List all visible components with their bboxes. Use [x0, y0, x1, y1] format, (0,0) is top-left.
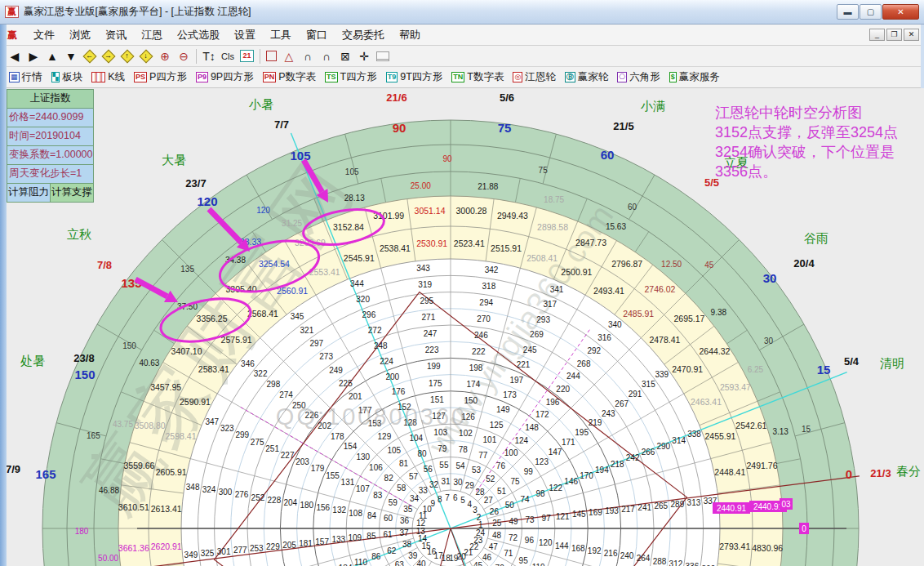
spiral-number: 34 [410, 494, 420, 503]
toolbar-chart-button[interactable]: $ 赢家服务 [667, 69, 722, 86]
toolbar-icon[interactable]: ↑ [121, 50, 134, 62]
outer-degree-label: 90 [393, 121, 406, 135]
toolbar-chart-button[interactable]: PS P四方形 [131, 69, 189, 86]
toolbar-icon[interactable] [260, 49, 260, 64]
toolbar-icon[interactable]: ⊠ [339, 48, 352, 65]
spiral-number: 179 [311, 464, 325, 473]
toolbar-icon[interactable]: ▲ [46, 48, 59, 65]
toolbar-chart-button[interactable]: TS T四方形 [322, 69, 380, 86]
spiral-number: 199 [427, 362, 441, 371]
menu-item[interactable]: 窗口 [299, 25, 335, 45]
spiral-number: 146 [564, 477, 578, 486]
toolbar-chart-button[interactable]: PN P数字表 [260, 69, 318, 86]
spiral-number: 299 [235, 430, 249, 439]
spiral-number: 205 [282, 541, 296, 550]
toolbar-icon[interactable]: ∩ [301, 48, 314, 65]
toolbar-icon[interactable] [196, 49, 197, 64]
spiral-number: 157 [315, 537, 329, 546]
minimize-button[interactable]: ▬ [837, 4, 859, 20]
spiral-number: 322 [254, 369, 268, 378]
menu-item[interactable]: 交易委托 [335, 25, 392, 45]
spiral-number: 38 [402, 540, 412, 549]
child-minimize-button[interactable]: _ [869, 29, 885, 41]
toolbar-chart-button[interactable]: ▚ 板块 [49, 69, 86, 86]
toolbar-icon[interactable]: ▼ [64, 48, 78, 65]
toolbar-chart-button[interactable]: ◎ 江恩轮 [510, 69, 558, 86]
toolbar-chart-button[interactable]: T9 9T四方形 [384, 69, 446, 86]
toolbar-chart-button[interactable]: ⎔ 六角形 [615, 69, 662, 86]
spiral-number: 45 [473, 561, 483, 566]
menu-item[interactable]: 帮助 [392, 25, 428, 45]
toolbar-chart-button[interactable]: TN T数字表 [449, 69, 506, 86]
annotation-line: 3254确认突破，下个位置是 [715, 142, 924, 162]
spiral-number: 241 [637, 503, 651, 512]
menu-item[interactable]: 江恩 [134, 25, 170, 45]
toolbar-icon[interactable]: ← [83, 50, 96, 62]
child-restore-button[interactable]: ❐ [886, 29, 902, 41]
menu-item[interactable]: 资讯 [98, 25, 134, 45]
toolbar-icon[interactable]: ◀ [8, 48, 21, 65]
toolbar-chart-button[interactable]: ▦ 行情 [7, 69, 45, 86]
spiral-number: 300 [219, 488, 233, 497]
spiral-number: 121 [556, 512, 570, 521]
percent-label: 31.25 [282, 219, 302, 228]
menu-bar: 赢 文件浏览资讯江恩公式选股设置工具窗口交易委托帮助 _ ❐ ✕ [0, 25, 924, 46]
spiral-number: 200 [385, 372, 399, 381]
maximize-button[interactable]: ▢ [860, 4, 882, 20]
inner-price: 2508.41 [526, 253, 558, 263]
spiral-number: 96 [525, 536, 535, 545]
spiral-number: 217 [621, 505, 635, 514]
outer-price: 3661.36 [118, 543, 149, 553]
close-button[interactable]: ✕ [882, 4, 919, 20]
spiral-number: 130 [356, 452, 370, 461]
calc-resistance-button[interactable]: 计算阻力 [7, 184, 50, 202]
toolbar-icon[interactable]: Cls [221, 48, 234, 65]
spiral-number: 81 [399, 459, 409, 468]
solar-term-label: 立秋 [67, 227, 91, 241]
spiral-number: 85 [366, 532, 376, 541]
spiral-number: 321 [300, 326, 314, 335]
toolbar-icon[interactable] [376, 51, 389, 61]
menu-item[interactable]: 设置 [227, 25, 263, 45]
toolbar-icon[interactable]: ∩ [320, 48, 333, 65]
child-close-button[interactable]: ✕ [904, 29, 919, 41]
outer-price: 2746.02 [645, 284, 676, 294]
chart-type-label: 板块 [62, 70, 82, 84]
menu-item[interactable]: 工具 [263, 25, 299, 45]
toolbar-icon[interactable]: ⊕ [158, 48, 171, 65]
window-left-border [0, 25, 7, 566]
toolbar-icon[interactable]: ⊖ [177, 48, 190, 65]
spiral-number: 298 [267, 380, 281, 389]
menu-item[interactable]: 公式选股 [170, 25, 227, 45]
spiral-number: 156 [316, 503, 330, 512]
toolbar-chart-button[interactable]: ║║ K线 [89, 69, 127, 86]
spiral-number: 170 [580, 471, 593, 480]
inner-price: 2493.41 [593, 286, 624, 296]
toolbar-icon[interactable]: 21 [240, 50, 254, 62]
toolbar-icon[interactable] [266, 51, 277, 61]
spiral-number: 180 [300, 501, 313, 510]
toolbar-icon[interactable]: △ [282, 48, 295, 65]
menu-item[interactable]: 文件 [26, 25, 62, 45]
spiral-number: 147 [549, 448, 562, 457]
chart-type-label: 江恩轮 [525, 70, 556, 84]
spiral-number: 129 [378, 432, 392, 441]
date-label: 20/4 [793, 257, 815, 270]
spiral-number: 149 [496, 405, 510, 414]
toolbar-chart-button[interactable]: Ⓑ 赢家轮 [562, 69, 611, 86]
spiral-number: 26 [490, 507, 500, 516]
toolbar-icon[interactable]: ↓ [140, 50, 153, 62]
spiral-number: 336 [686, 562, 700, 566]
toolbar-icon[interactable]: ▶ [27, 48, 40, 65]
menu-item[interactable]: 浏览 [62, 25, 98, 45]
spiral-number: 315 [642, 380, 655, 389]
calc-support-button[interactable]: 计算支撑 [51, 184, 93, 202]
spiral-number: 5 [460, 496, 465, 505]
spiral-number: 319 [418, 280, 432, 289]
toolbar-icon[interactable]: T↕ [202, 48, 215, 65]
toolbar-chart-button[interactable]: P9 9P四方形 [193, 69, 256, 86]
toolbar-icon[interactable]: ✛ [358, 48, 371, 65]
spiral-number: 341 [550, 285, 564, 294]
degree-label: 60 [628, 203, 637, 212]
toolbar-icon[interactable]: → [102, 50, 115, 62]
